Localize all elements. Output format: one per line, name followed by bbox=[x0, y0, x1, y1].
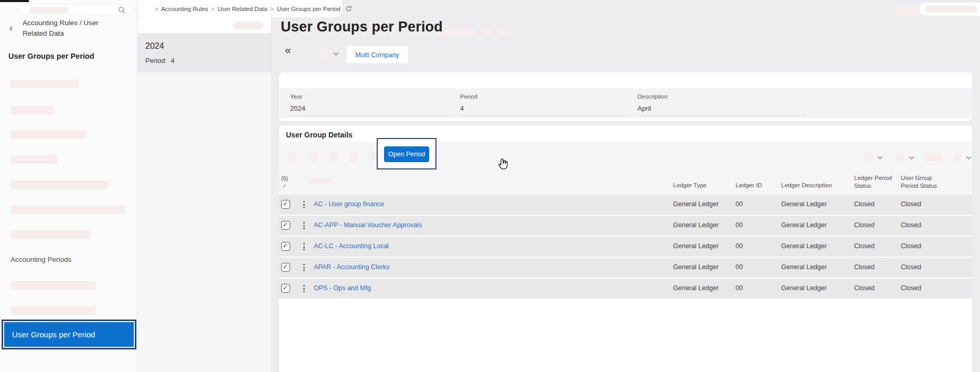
field-year: Year 2024 bbox=[290, 88, 453, 118]
redacted-toolbar-icon[interactable] bbox=[349, 152, 358, 161]
annotation-highlight-box: Open Period bbox=[377, 138, 436, 169]
redacted-search-text bbox=[30, 7, 68, 13]
chevron-down-icon[interactable] bbox=[909, 154, 914, 160]
redacted-sidebar-item[interactable] bbox=[10, 180, 109, 189]
row-checkbox[interactable]: ✓ bbox=[281, 221, 290, 230]
user-group-link[interactable]: AC-LC - Accounting Local bbox=[314, 242, 389, 250]
redacted-column-header bbox=[308, 178, 333, 184]
field-period: Period 4 bbox=[460, 88, 629, 118]
breadcrumb-item-user-related-data[interactable]: User Related Data bbox=[218, 6, 268, 12]
redacted-filter-chip[interactable] bbox=[233, 22, 263, 29]
redacted-sidebar-item[interactable] bbox=[10, 106, 54, 114]
search-input[interactable] bbox=[19, 4, 133, 15]
user-group-link[interactable]: AC - User group finance bbox=[314, 200, 384, 208]
table-row: ✓ APAR - Accounting Clerks General Ledge… bbox=[279, 258, 972, 278]
redacted-user-name bbox=[925, 6, 977, 13]
list-panel: 2024 Period: 4 bbox=[137, 0, 272, 372]
breadcrumb-item-user-groups-per-period[interactable]: User Groups per Period bbox=[277, 6, 340, 12]
redacted-sidebar-item[interactable] bbox=[10, 80, 79, 88]
user-group-link[interactable]: APAR - Accounting Clerks bbox=[314, 263, 389, 271]
redacted-sidebar-item[interactable] bbox=[10, 155, 58, 164]
refresh-icon[interactable] bbox=[345, 5, 352, 12]
user-group-link[interactable]: AC-APP - Manual Voucher Approvals bbox=[314, 221, 422, 229]
redacted-sidebar-item[interactable] bbox=[10, 131, 86, 139]
user-group-details-card: User Group Details Open Period (5) ✓ Led… bbox=[279, 125, 972, 372]
column-header-ledger-type[interactable]: Ledger Type bbox=[673, 182, 707, 189]
cell-ledger-period-status: Closed bbox=[854, 221, 875, 229]
cell-ledger-period-status: Closed bbox=[854, 263, 875, 271]
field-underline bbox=[460, 115, 629, 116]
cell-ledger-type: General Ledger bbox=[673, 284, 719, 292]
row-checkbox[interactable]: ✓ bbox=[281, 242, 290, 251]
multi-company-tab[interactable]: Multi Company bbox=[346, 46, 408, 63]
list-item-subtitle: Period: 4 bbox=[145, 57, 175, 65]
row-actions-kebab-icon[interactable] bbox=[303, 264, 305, 271]
field-label: Year bbox=[290, 93, 302, 100]
table-row: ✓ AC-LC - Accounting Local General Ledge… bbox=[279, 237, 972, 257]
cell-ledger-id: 00 bbox=[736, 200, 743, 208]
page-title: User Groups per Period bbox=[281, 19, 443, 35]
row-actions-kebab-icon[interactable] bbox=[303, 222, 305, 229]
window-corner-artifact bbox=[0, 0, 29, 2]
details-heading: User Group Details bbox=[286, 131, 353, 139]
cell-user-group-period-status: Closed bbox=[901, 284, 921, 292]
redacted-toolbar-icon[interactable] bbox=[329, 152, 338, 161]
redacted-toolbar-item bbox=[893, 7, 917, 14]
user-group-link[interactable]: OPS - Ops and Mfg bbox=[314, 284, 371, 292]
row-actions-kebab-icon[interactable] bbox=[303, 201, 305, 208]
redacted-toolbar-icon[interactable] bbox=[288, 152, 297, 161]
selection-highlight-box: User Groups per Period bbox=[2, 320, 136, 349]
cell-ledger-period-status: Closed bbox=[854, 242, 875, 250]
chevron-down-icon[interactable] bbox=[966, 154, 972, 160]
redacted-table-control[interactable] bbox=[953, 153, 962, 161]
redacted-sidebar-item[interactable] bbox=[10, 206, 125, 214]
row-checkbox[interactable]: ✓ bbox=[281, 284, 290, 293]
select-all-check-icon[interactable]: ✓ bbox=[282, 183, 286, 189]
list-item[interactable]: 2024 Period: 4 bbox=[137, 33, 271, 72]
open-period-button[interactable]: Open Period bbox=[384, 146, 429, 162]
sidebar-back-label: Accounting Rules / User Related Data bbox=[23, 18, 106, 38]
sidebar-section-title: User Groups per Period bbox=[8, 52, 94, 60]
column-header-ledger-id[interactable]: Ledger ID bbox=[736, 182, 762, 189]
table-row: ✓ AC-APP - Manual Voucher Approvals Gene… bbox=[279, 216, 972, 236]
cell-ledger-id: 00 bbox=[736, 284, 743, 292]
cell-user-group-period-status: Closed bbox=[901, 221, 921, 229]
column-header-user-group-period-status[interactable]: User Group Period Status bbox=[901, 174, 942, 190]
cell-ledger-description: General Ledger bbox=[781, 221, 827, 229]
redacted-table-control[interactable] bbox=[865, 153, 873, 161]
column-header-ledger-period-status[interactable]: Ledger Period Status bbox=[854, 174, 895, 190]
redacted-toolbar-icon[interactable] bbox=[309, 152, 318, 161]
user-account-pill[interactable] bbox=[920, 3, 980, 16]
chevron-down-icon[interactable] bbox=[334, 50, 339, 56]
chevron-left-icon[interactable]: ‹ bbox=[9, 23, 13, 33]
row-checkbox[interactable]: ✓ bbox=[281, 200, 290, 209]
column-header-ledger-description[interactable]: Ledger Description bbox=[781, 182, 832, 189]
cell-ledger-type: General Ledger bbox=[673, 221, 719, 229]
field-underline bbox=[290, 115, 453, 116]
field-value: 4 bbox=[460, 104, 464, 112]
sidebar-item-accounting-periods[interactable]: Accounting Periods bbox=[10, 256, 71, 263]
redacted-table-control[interactable] bbox=[896, 153, 904, 161]
redacted-sidebar-item[interactable] bbox=[10, 281, 95, 290]
cell-user-group-period-status: Closed bbox=[901, 242, 921, 250]
redacted-title-badge bbox=[483, 30, 492, 37]
cell-ledger-description: General Ledger bbox=[781, 284, 827, 292]
cell-ledger-id: 00 bbox=[736, 263, 743, 271]
collapse-panel-icon[interactable]: « bbox=[285, 44, 291, 56]
field-value: April bbox=[637, 104, 651, 112]
chevron-down-icon[interactable] bbox=[878, 154, 883, 160]
redacted-toolbar-icon[interactable] bbox=[368, 152, 377, 161]
cell-ledger-type: General Ledger bbox=[673, 242, 719, 250]
redacted-sidebar-item[interactable] bbox=[10, 306, 95, 315]
sidebar: ‹ Accounting Rules / User Related Data U… bbox=[0, 0, 137, 372]
redacted-sidebar-item[interactable] bbox=[10, 230, 91, 239]
redacted-table-control[interactable] bbox=[925, 153, 942, 161]
row-count-badge: (5) bbox=[281, 175, 288, 182]
row-actions-kebab-icon[interactable] bbox=[303, 285, 305, 292]
sidebar-item-user-groups-per-period[interactable]: User Groups per Period bbox=[4, 322, 134, 347]
row-actions-kebab-icon[interactable] bbox=[303, 243, 305, 250]
cell-user-group-period-status: Closed bbox=[901, 263, 921, 271]
redacted-view-selector[interactable] bbox=[319, 48, 330, 57]
breadcrumb-item-accounting-rules[interactable]: Accounting Rules bbox=[161, 6, 208, 12]
row-checkbox[interactable]: ✓ bbox=[281, 263, 290, 272]
